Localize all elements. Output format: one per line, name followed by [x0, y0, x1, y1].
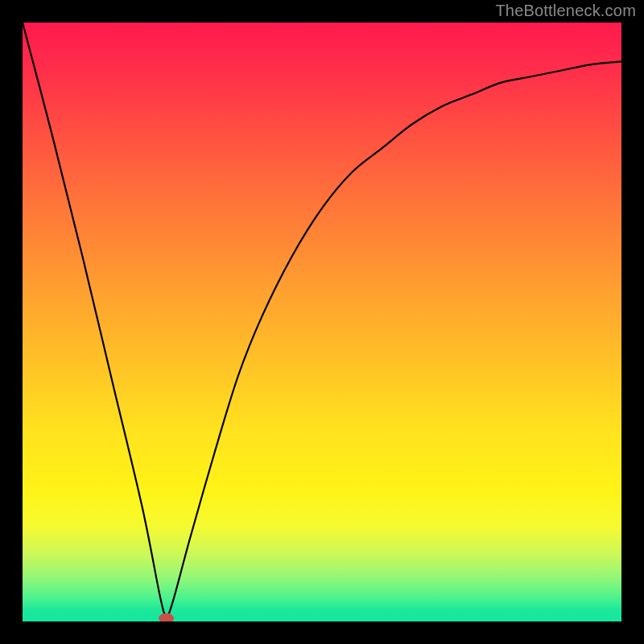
- bottleneck-curve: [23, 23, 621, 616]
- watermark-text: TheBottleneck.com: [495, 2, 636, 20]
- curve-layer: [23, 23, 621, 621]
- minimum-marker: [159, 613, 174, 621]
- plot-area: [23, 23, 621, 621]
- chart-frame: TheBottleneck.com: [0, 0, 644, 644]
